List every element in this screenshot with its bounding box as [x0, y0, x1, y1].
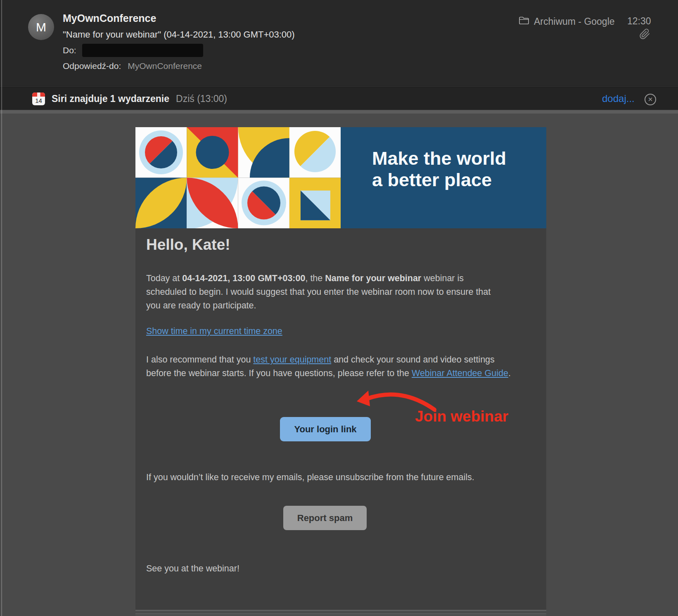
to-label: Do: — [63, 45, 76, 55]
siri-event-time: Dziś (13:00) — [176, 93, 227, 104]
reply-to-label: Odpowiedź-do: — [63, 61, 121, 71]
add-event-link[interactable]: dodaj... — [602, 93, 635, 104]
received-time: 12:30 — [627, 16, 651, 27]
subject-line: "Name for your webinar" (04-14-2021, 13:… — [63, 29, 295, 40]
mailbox-label: Archiwum - Google — [534, 16, 615, 27]
join-webinar-annotation: Join webinar — [415, 408, 508, 425]
text-run: , the — [305, 273, 325, 283]
redacted-recipient — [82, 44, 203, 57]
calendar-icon-day: 14 — [32, 97, 45, 105]
login-link-button[interactable]: Your login link — [280, 417, 371, 441]
report-spam-button[interactable]: Report spam — [283, 506, 367, 530]
message-header: M MyOwnConference "Name for your webinar… — [0, 0, 678, 87]
text-run: Name for your webinar — [325, 273, 421, 283]
paragraph-intro: Today at 04-14-2021, 13:00 GMT+03:00, th… — [146, 272, 506, 313]
banner-title: Make the world a better place — [372, 148, 508, 191]
paperclip-icon — [639, 28, 650, 42]
to-row: Do: — [63, 44, 203, 57]
timezone-link[interactable]: Show time in my current time zone — [146, 326, 282, 336]
banner-pattern-image — [135, 127, 341, 228]
banner-text-panel: Make the world a better place — [341, 127, 546, 228]
content-divider — [0, 110, 678, 114]
calendar-icon: 14 — [32, 92, 45, 105]
test-equipment-link[interactable]: test your equipment — [253, 355, 331, 365]
text-run: . — [508, 368, 511, 378]
siri-text: Siri znajduje 1 wydarzenie — [52, 93, 169, 104]
paragraph-unsubscribe: If you wouldn’t like to receive my email… — [146, 471, 534, 484]
window-edge — [1, 0, 2, 616]
email-body-card: Make the world a better place Hello, Kat… — [135, 127, 546, 611]
greeting-heading: Hello, Kate! — [146, 236, 230, 254]
reply-to-value: MyOwnConference — [128, 61, 202, 71]
folder-icon — [519, 16, 529, 27]
mailbox-indicator: Archiwum - Google — [519, 16, 615, 27]
close-icon: ✕ — [648, 96, 653, 103]
text-run: 04-14-2021, 13:00 GMT+03:00 — [182, 273, 305, 283]
avatar: M — [28, 14, 54, 40]
sender-name: MyOwnConference — [63, 12, 156, 24]
calendar-icon-header — [32, 92, 45, 97]
text-run: I also recommend that you — [146, 355, 253, 365]
reply-to-row: Odpowiedź-do:MyOwnConference — [63, 61, 202, 71]
avatar-letter: M — [36, 20, 46, 34]
close-suggestion-button[interactable]: ✕ — [645, 94, 656, 105]
text-run: Today at — [146, 273, 182, 283]
paragraph-signoff: See you at the webinar! — [146, 562, 394, 576]
next-message-edge — [135, 614, 546, 616]
email-banner: Make the world a better place — [135, 127, 546, 228]
siri-event-info: 14 Siri znajduje 1 wydarzenie Dziś (13:0… — [32, 88, 227, 110]
paragraph-recommend: I also recommend that you test your equi… — [146, 353, 511, 380]
attendee-guide-link[interactable]: Webinar Attendee Guide — [412, 368, 508, 378]
siri-suggestion-bar: 14 Siri znajduje 1 wydarzenie Dziś (13:0… — [0, 87, 678, 110]
